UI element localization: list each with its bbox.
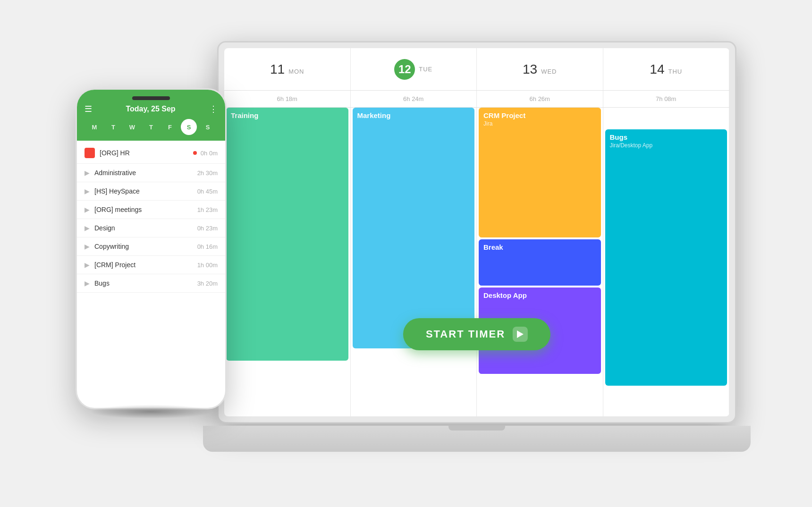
duration-wed: 6h 26m bbox=[477, 91, 603, 107]
copywriting-play-icon[interactable]: ▶ bbox=[85, 243, 90, 250]
heyspace-time: 0h 45m bbox=[197, 188, 218, 195]
phone-header: ☰ Today, 25 Sep ⋮ M T W T F S S bbox=[77, 90, 225, 141]
phone-shadow bbox=[90, 405, 212, 419]
cal-col-mon: Training bbox=[224, 108, 351, 416]
cal-dayname-wed: WED bbox=[541, 68, 557, 75]
cal-dayname-mon: MON bbox=[288, 68, 304, 75]
phone-notch bbox=[132, 96, 170, 100]
heyspace-play-icon[interactable]: ▶ bbox=[85, 187, 90, 195]
phone-weekdays: M T W T F S S bbox=[85, 119, 218, 135]
calendar: 11 MON 12 TUE 13 bbox=[224, 48, 729, 416]
phone-body: ☰ Today, 25 Sep ⋮ M T W T F S S bbox=[76, 88, 227, 409]
list-item-admin[interactable]: ▶ Administrative 2h 30m bbox=[77, 164, 225, 182]
cal-block-training: Training bbox=[226, 108, 348, 361]
admin-time: 2h 30m bbox=[197, 169, 218, 177]
laptop-screen: 11 MON 12 TUE 13 bbox=[224, 48, 729, 416]
meetings-label: [ORG] meetings bbox=[94, 206, 197, 213]
cal-header-tue: 12 TUE bbox=[351, 48, 477, 90]
block-bugs-title: Bugs bbox=[610, 133, 723, 141]
cal-dayname-thu: THU bbox=[668, 68, 682, 75]
block-desktop-title: Desktop App bbox=[483, 291, 596, 299]
phone-list: [ORG] HR 0h 0m ▶ Administrative 2h 30m ▶… bbox=[77, 141, 225, 408]
weekday-m[interactable]: M bbox=[86, 119, 102, 135]
list-item-heyspace[interactable]: ▶ [HS] HeySpace 0h 45m bbox=[77, 182, 225, 201]
weekday-t1[interactable]: T bbox=[105, 119, 121, 135]
scene: 11 MON 12 TUE 13 bbox=[76, 41, 736, 466]
block-crm-title: CRM Project bbox=[483, 111, 596, 119]
laptop-base bbox=[203, 426, 751, 452]
heyspace-label: [HS] HeySpace bbox=[94, 187, 197, 195]
copywriting-time: 0h 16m bbox=[197, 243, 218, 250]
bugs-play-icon[interactable]: ▶ bbox=[85, 279, 90, 287]
bugs-time: 3h 20m bbox=[197, 280, 218, 287]
laptop: 11 MON 12 TUE 13 bbox=[217, 41, 736, 452]
design-time: 0h 23m bbox=[197, 225, 218, 232]
play-icon bbox=[513, 327, 528, 342]
crm-label: [CRM] Project bbox=[94, 261, 197, 269]
svg-marker-0 bbox=[517, 330, 524, 338]
list-item-crm[interactable]: ▶ [CRM] Project 1h 00m bbox=[77, 256, 225, 274]
crm-play-icon[interactable]: ▶ bbox=[85, 261, 90, 269]
list-item-hr[interactable]: [ORG] HR 0h 0m bbox=[77, 143, 225, 164]
hr-recording-dot bbox=[193, 151, 197, 155]
block-marketing-title: Marketing bbox=[357, 111, 470, 119]
list-item-bugs[interactable]: ▶ Bugs 3h 20m bbox=[77, 274, 225, 293]
duration-mon: 6h 18m bbox=[224, 91, 351, 107]
block-break-title: Break bbox=[483, 243, 596, 251]
admin-play-icon[interactable]: ▶ bbox=[85, 169, 90, 177]
more-icon[interactable]: ⋮ bbox=[209, 104, 218, 114]
block-bugs-sub: Jira/Desktop App bbox=[610, 142, 723, 149]
duration-thu: 7h 08m bbox=[603, 91, 730, 107]
meetings-play-icon[interactable]: ▶ bbox=[85, 206, 90, 213]
design-label: Design bbox=[94, 224, 197, 232]
cal-col-wed: CRM Project Jira Break Desktop App bbox=[477, 108, 603, 416]
start-timer-button[interactable]: START TIMER bbox=[403, 318, 550, 350]
crm-time: 1h 00m bbox=[197, 262, 218, 269]
list-item-copywriting[interactable]: ▶ Copywriting 0h 16m bbox=[77, 237, 225, 256]
phone: ☰ Today, 25 Sep ⋮ M T W T F S S bbox=[76, 88, 227, 409]
calendar-header: 11 MON 12 TUE 13 bbox=[224, 48, 729, 91]
calendar-duration-row: 6h 18m 6h 24m 6h 26m 7h 08m bbox=[224, 91, 729, 108]
cal-day-14: 14 bbox=[650, 62, 664, 77]
hr-time: 0h 0m bbox=[201, 150, 218, 157]
weekday-f[interactable]: F bbox=[162, 119, 178, 135]
block-training-title: Training bbox=[231, 111, 344, 119]
calendar-body: Training Marketing CRM Proje bbox=[224, 108, 729, 416]
start-timer-label: START TIMER bbox=[426, 328, 505, 340]
hr-icon bbox=[85, 148, 95, 158]
cal-block-bugs: Bugs Jira/Desktop App bbox=[605, 129, 727, 386]
laptop-body: 11 MON 12 TUE 13 bbox=[217, 41, 736, 423]
cal-header-mon: 11 MON bbox=[224, 48, 351, 90]
hr-label: [ORG] HR bbox=[100, 149, 193, 157]
weekday-w[interactable]: W bbox=[124, 119, 140, 135]
cal-day-11: 11 bbox=[270, 62, 285, 77]
cal-block-crm: CRM Project Jira bbox=[479, 108, 601, 237]
design-play-icon[interactable]: ▶ bbox=[85, 224, 90, 232]
cal-col-thu: Bugs Jira/Desktop App bbox=[603, 108, 730, 416]
cal-dayname-tue: TUE bbox=[419, 66, 432, 73]
cal-block-marketing: Marketing bbox=[353, 108, 475, 348]
bugs-label: Bugs bbox=[94, 279, 197, 287]
meetings-time: 1h 23m bbox=[197, 206, 218, 213]
phone-date-title: Today, 25 Sep bbox=[126, 105, 175, 113]
cal-day-13: 13 bbox=[523, 62, 537, 77]
weekday-s1[interactable]: S bbox=[181, 119, 197, 135]
cal-header-thu: 14 THU bbox=[603, 48, 730, 90]
list-item-design[interactable]: ▶ Design 0h 23m bbox=[77, 219, 225, 237]
menu-icon[interactable]: ☰ bbox=[85, 104, 92, 114]
weekday-s2[interactable]: S bbox=[200, 119, 216, 135]
cal-block-break: Break bbox=[479, 239, 601, 286]
laptop-notch bbox=[448, 426, 505, 431]
cal-col-tue: Marketing bbox=[351, 108, 477, 416]
duration-tue: 6h 24m bbox=[351, 91, 477, 107]
cal-day-12: 12 bbox=[394, 59, 415, 80]
admin-label: Administrative bbox=[94, 169, 197, 177]
weekday-t2[interactable]: T bbox=[143, 119, 159, 135]
phone-title-row: ☰ Today, 25 Sep ⋮ bbox=[85, 104, 218, 114]
block-crm-sub: Jira bbox=[483, 120, 596, 127]
cal-header-wed: 13 WED bbox=[477, 48, 603, 90]
list-item-meetings[interactable]: ▶ [ORG] meetings 1h 23m bbox=[77, 201, 225, 219]
copywriting-label: Copywriting bbox=[94, 243, 197, 250]
